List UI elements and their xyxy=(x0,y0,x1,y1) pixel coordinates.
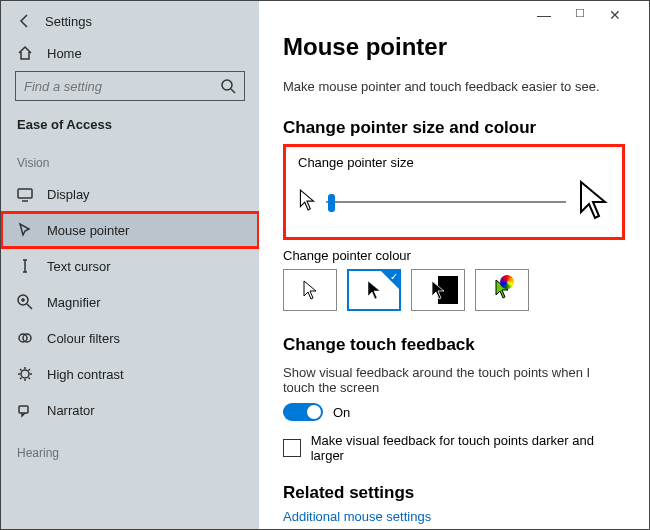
sidebar-item-mouse-pointer[interactable]: Mouse pointer xyxy=(1,212,259,248)
pointer-colour-label: Change pointer colour xyxy=(283,248,625,263)
sidebar-item-colour-filters[interactable]: Colour filters xyxy=(1,320,259,356)
svg-point-0 xyxy=(222,80,232,90)
touch-feedback-toggle[interactable] xyxy=(283,403,323,421)
nav-label: Colour filters xyxy=(47,331,120,346)
toggle-knob xyxy=(307,405,321,419)
checkbox-label: Make visual feedback for touch points da… xyxy=(311,433,625,463)
check-icon: ✓ xyxy=(390,271,398,282)
minimize-button[interactable]: — xyxy=(537,7,551,23)
additional-mouse-settings-link[interactable]: Additional mouse settings xyxy=(283,509,625,524)
colour-option-black[interactable]: ✓ xyxy=(347,269,401,311)
text-cursor-icon xyxy=(17,258,33,274)
narrator-icon xyxy=(17,402,33,418)
toggle-state: On xyxy=(333,405,350,420)
sidebar-item-text-cursor[interactable]: Text cursor xyxy=(1,248,259,284)
colour-option-white[interactable] xyxy=(283,269,337,311)
pointer-size-slider[interactable] xyxy=(326,201,566,203)
app-title: Settings xyxy=(45,14,92,29)
group-hearing: Hearing xyxy=(1,428,259,466)
magnifier-icon xyxy=(17,294,33,310)
close-button[interactable]: ✕ xyxy=(609,7,621,23)
pointer-colour-options: ✓ xyxy=(283,269,625,311)
nav-label: High contrast xyxy=(47,367,124,382)
sidebar: Settings Home Ease of Access Vision Disp… xyxy=(1,1,259,529)
pointer-size-min-icon xyxy=(298,189,316,214)
rainbow-icon xyxy=(500,275,514,289)
svg-point-5 xyxy=(21,370,29,378)
nav-label: Magnifier xyxy=(47,295,100,310)
maximize-button[interactable]: ☐ xyxy=(575,7,585,23)
section-size-colour-heading: Change pointer size and colour xyxy=(283,118,625,138)
search-icon xyxy=(220,78,236,94)
search-box[interactable] xyxy=(15,71,245,101)
sidebar-item-magnifier[interactable]: Magnifier xyxy=(1,284,259,320)
pointer-size-box: Change pointer size xyxy=(283,144,625,240)
sidebar-item-narrator[interactable]: Narrator xyxy=(1,392,259,428)
mouse-pointer-icon xyxy=(17,222,33,238)
nav-label: Display xyxy=(47,187,90,202)
pointer-size-label: Change pointer size xyxy=(298,155,610,170)
high-contrast-icon xyxy=(17,366,33,382)
nav-label: Text cursor xyxy=(47,259,111,274)
content-pane: — ☐ ✕ Mouse pointer Make mouse pointer a… xyxy=(259,1,649,529)
slider-thumb[interactable] xyxy=(328,194,335,212)
home-icon xyxy=(17,45,33,61)
sidebar-item-high-contrast[interactable]: High contrast xyxy=(1,356,259,392)
search-input[interactable] xyxy=(24,79,194,94)
svg-rect-1 xyxy=(18,189,32,198)
display-icon xyxy=(17,186,33,202)
back-icon[interactable] xyxy=(17,13,33,29)
svg-rect-6 xyxy=(19,406,28,413)
page-title: Mouse pointer xyxy=(283,33,625,61)
nav-label: Narrator xyxy=(47,403,95,418)
section-related-heading: Related settings xyxy=(283,483,625,503)
home-label: Home xyxy=(47,46,82,61)
sidebar-home[interactable]: Home xyxy=(1,39,259,71)
nav-label: Mouse pointer xyxy=(47,223,129,238)
page-intro: Make mouse pointer and touch feedback ea… xyxy=(283,79,625,94)
colour-option-custom[interactable] xyxy=(475,269,529,311)
colour-filters-icon xyxy=(17,330,33,346)
section-touch-heading: Change touch feedback xyxy=(283,335,625,355)
toggle-description: Show visual feedback around the touch po… xyxy=(283,365,625,395)
sidebar-section-title: Ease of Access xyxy=(1,111,259,138)
darker-larger-checkbox[interactable] xyxy=(283,439,301,457)
colour-option-inverted[interactable] xyxy=(411,269,465,311)
group-vision: Vision xyxy=(1,138,259,176)
pointer-size-max-icon xyxy=(576,180,610,223)
sidebar-item-display[interactable]: Display xyxy=(1,176,259,212)
